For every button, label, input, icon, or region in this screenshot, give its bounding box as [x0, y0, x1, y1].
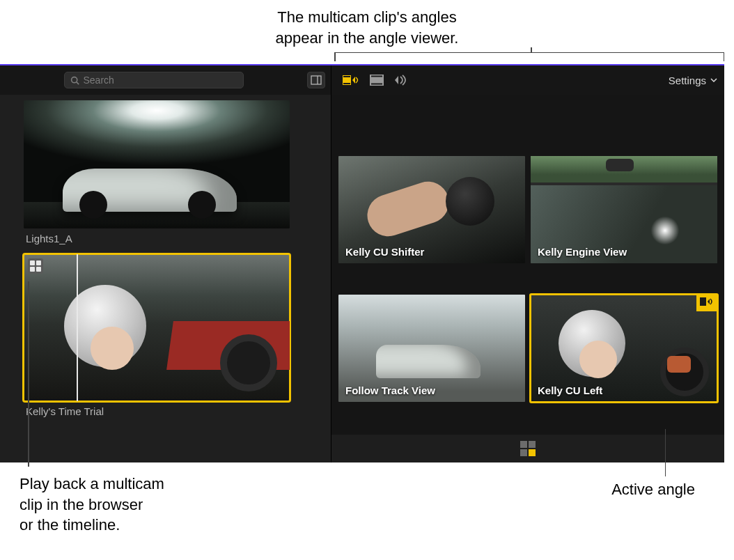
browser-panel: Search Lights1_A	[0, 65, 331, 462]
callout-text: Active angle	[611, 481, 695, 498]
svg-rect-9	[371, 84, 382, 85]
callout-text: Play back a multicam	[19, 474, 164, 495]
angle-viewer-panel: Settings Kelly CU Shifter Kelly Engine V…	[331, 65, 724, 462]
svg-rect-2	[311, 76, 321, 84]
clip-label: Kelly's Time Trial	[24, 405, 307, 417]
chevron-down-icon	[710, 78, 717, 82]
svg-rect-8	[371, 76, 382, 77]
clip-item[interactable]: Kelly's Time Trial	[24, 254, 307, 417]
search-icon	[70, 76, 79, 85]
search-input[interactable]: Search	[64, 72, 244, 88]
callout-active-angle: Active angle	[611, 481, 695, 499]
audio-only-switch-button[interactable]	[393, 72, 411, 88]
angle-cell[interactable]: Follow Track View	[338, 295, 525, 402]
svg-rect-6	[343, 83, 350, 84]
callout-connector	[28, 281, 29, 467]
svg-point-0	[71, 77, 77, 82]
callout-text: clip in the browser	[19, 495, 164, 515]
callout-browser-playback: Play back a multicam clip in the browser…	[19, 474, 164, 536]
clip-item[interactable]: Lights1_A	[24, 100, 307, 244]
multicam-badge-icon	[28, 258, 43, 274]
video-only-switch-button[interactable]	[368, 72, 386, 88]
angle-cell[interactable]: Kelly Engine View	[531, 156, 717, 263]
angle-cell-active[interactable]: Kelly CU Left	[531, 295, 717, 402]
video-audio-switch-button[interactable]	[343, 72, 361, 88]
angle-label: Kelly Engine View	[538, 246, 627, 258]
playhead[interactable]	[77, 254, 78, 401]
angle-cell[interactable]: Kelly CU Shifter	[338, 156, 525, 263]
app-window: Search Lights1_A	[0, 64, 724, 462]
browser-toolbar: Search	[0, 65, 331, 95]
callout-text: appear in the angle viewer.	[0, 28, 734, 49]
search-placeholder: Search	[84, 75, 114, 86]
active-angle-badge-icon	[696, 295, 717, 311]
angle-label: Kelly CU Shifter	[345, 246, 424, 258]
clip-thumbnail[interactable]	[24, 100, 290, 228]
video-audio-switch-icon	[343, 74, 361, 86]
callout-bracket	[334, 52, 724, 63]
svg-rect-5	[343, 76, 350, 77]
svg-rect-10	[700, 297, 706, 306]
video-only-switch-icon	[370, 75, 384, 86]
clip-label: Lights1_A	[24, 233, 307, 244]
settings-menu-button[interactable]: Settings	[669, 75, 717, 86]
svg-line-1	[76, 81, 78, 84]
clip-thumbnail-selected[interactable]	[24, 254, 290, 401]
callout-angle-viewer: The multicam clip's angles appear in the…	[0, 0, 734, 48]
callout-connector	[665, 429, 666, 476]
callout-text: The multicam clip's angles	[0, 7, 734, 28]
callout-text: or the timeline.	[19, 515, 164, 536]
angles-grid: Kelly CU Shifter Kelly Engine View Follo…	[331, 95, 724, 435]
clips-area: Lights1_A Kelly's Time Trial	[0, 95, 331, 462]
settings-label: Settings	[669, 75, 706, 86]
angle-viewer-toolbar: Settings	[331, 65, 724, 95]
angle-label: Follow Track View	[345, 384, 435, 396]
angle-layout-button[interactable]	[520, 441, 536, 456]
audio-only-switch-icon	[394, 75, 409, 86]
filmstrip-toggle-button[interactable]	[307, 72, 325, 88]
angle-label: Kelly CU Left	[538, 384, 602, 396]
filmstrip-icon	[311, 75, 322, 85]
